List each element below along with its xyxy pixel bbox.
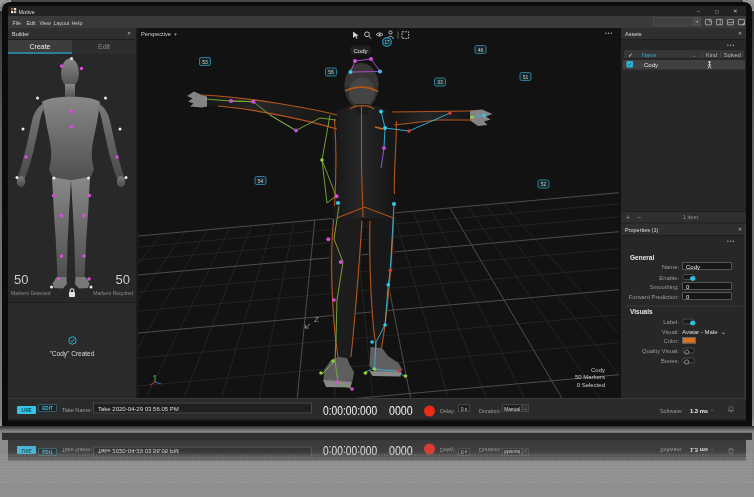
svg-text:53: 53: [202, 59, 208, 65]
svg-text:17: 17: [384, 40, 390, 45]
svg-text:52: 52: [541, 181, 547, 187]
svg-text:33: 33: [437, 79, 443, 85]
svg-text:Z: Z: [314, 315, 319, 324]
svg-text:Cody: Cody: [353, 48, 367, 54]
svg-text:56: 56: [328, 69, 334, 75]
svg-text:46: 46: [478, 47, 484, 53]
svg-text:54: 54: [258, 178, 264, 184]
svg-text:51: 51: [523, 74, 529, 80]
